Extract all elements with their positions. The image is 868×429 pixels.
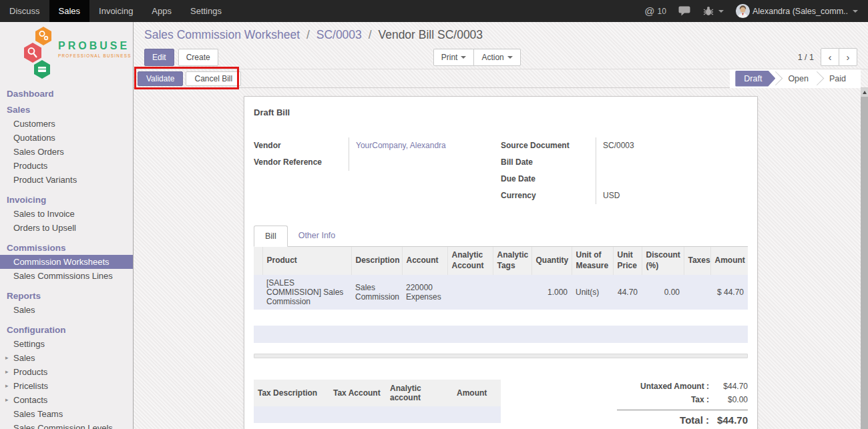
probuse-logo: PROBUSE PROFESSIONAL BUSINESS [23,25,133,80]
sidebar-item-pricelists[interactable]: ▸Pricelists [0,379,133,393]
sidebar-item-config-products[interactable]: ▸Products [0,365,133,379]
col-tax-amount[interactable]: Amount [453,380,501,406]
create-button[interactable]: Create [178,49,218,66]
mentions-button[interactable]: @ 10 [638,0,672,22]
user-menu[interactable]: Alexandra (Sales_comm.. [730,0,864,22]
cancel-bill-button[interactable]: Cancel Bill [186,71,241,86]
sidebar-item-contacts[interactable]: ▸Contacts [0,393,133,407]
menu-discuss[interactable]: Discuss [0,0,49,22]
vendor-value[interactable]: YourCompany, Alexandra [349,137,501,154]
logo-subtitle: PROFESSIONAL BUSINESS [58,53,132,58]
edit-button[interactable]: Edit [144,49,174,66]
sidebar-item-label: Sales [13,354,35,362]
menu-sales[interactable]: Sales [49,0,90,22]
col-product[interactable]: Product [262,247,351,275]
sidebar-item-settings[interactable]: Settings [0,337,133,351]
sidebar-item-products[interactable]: Products [0,159,133,173]
col-unit-of-measure[interactable]: Unit of Measure [572,247,613,275]
vendor-reference-label: Vendor Reference [254,154,349,171]
pager: 1 / 1 ‹ › [798,48,857,66]
chevron-down-icon [507,56,513,59]
sidebar-header-commissions[interactable]: Commissions [0,241,133,255]
bug-icon [703,6,714,16]
menu-settings[interactable]: Settings [181,0,231,22]
probuse-logo-text: PROBUSE PROFESSIONAL BUSINESS [58,25,132,58]
sidebar: PROBUSE PROFESSIONAL BUSINESS Dashboard … [0,22,134,429]
sidebar-item-sales-teams[interactable]: Sales Teams [0,407,133,421]
col-taxes[interactable]: Taxes [684,247,710,275]
sidebar-item-commission-worksheets[interactable]: Commission Worksheets [0,255,133,269]
validate-button[interactable]: Validate [138,71,183,86]
sidebar-header-sales[interactable]: Sales [0,103,133,117]
lines-header-row: Product Description Account Analytic Acc… [254,247,748,275]
sidebar-item-customers[interactable]: Customers [0,117,133,131]
col-analytic-account[interactable]: Analytic Account [447,247,493,275]
col-account[interactable]: Account [402,247,447,275]
breadcrumb-worksheet-link[interactable]: Sales Commission Worksheet [144,28,300,41]
pager-buttons: ‹ › [821,48,857,66]
col-tax-account[interactable]: Tax Account [329,380,386,406]
sidebar-header-invoicing[interactable]: Invoicing [0,193,133,207]
action-dropdown-button[interactable]: Action [473,49,520,66]
source-document-value: SC/0003 [596,137,748,154]
sidebar-item-orders-to-upsell[interactable]: Orders to Upsell [0,221,133,235]
col-tax-description[interactable]: Tax Description [254,380,329,406]
bill-state-title: Draft Bill [254,107,748,117]
sidebar-header-dashboard[interactable]: Dashboard [0,87,133,101]
field-group-right: Source Document SC/0003 Bill Date Due Da… [501,137,748,204]
systray: @ 10 [638,0,868,22]
field-grid: Vendor YourCompany, Alexandra Vendor Ref… [254,137,748,204]
breadcrumb-sc0003-link[interactable]: SC/0003 [316,28,362,41]
horizontal-scrollbar[interactable] [254,354,748,358]
pager-previous-button[interactable]: ‹ [821,48,839,66]
col-discount[interactable]: Discount (%) [642,247,684,275]
totals-block: Untaxed Amount : $44.70 Tax : $0.00 Tota… [617,380,748,428]
col-amount[interactable]: Amount [710,247,748,275]
sidebar-item-product-variants[interactable]: Product Variants [0,173,133,187]
sidebar-item-sales-commission-levels[interactable]: Sales Commission Levels [0,421,133,429]
expand-caret-icon: ▸ [5,396,10,404]
sidebar-item-sales-to-invoice[interactable]: Sales to Invoice [0,207,133,221]
sidebar-item-config-sales[interactable]: ▸Sales [0,351,133,365]
sidebar-item-reports-sales[interactable]: Sales [0,303,133,317]
menu-apps[interactable]: Apps [142,0,181,22]
col-description[interactable]: Description [351,247,402,275]
statusbar: Validate Cancel Bill Draft Open Paid [134,69,868,88]
cell-amount: $ 44.70 [710,275,748,310]
cell-description: Sales Commission [351,275,402,310]
col-analytic-tags[interactable]: Analytic Tags [493,247,531,275]
tab-bill[interactable]: Bill [254,226,288,247]
topbar: Discuss Sales Invoicing Apps Settings @ … [0,0,868,22]
expand-caret-icon: ▸ [5,382,10,390]
invoice-line-row[interactable]: [SALES COMMISSION] Sales Commission Sale… [254,275,748,310]
print-dropdown-button[interactable]: Print [433,49,475,66]
sidebar-item-sales-orders[interactable]: Sales Orders [0,145,133,159]
untaxed-amount-label: Untaxed Amount : [640,382,709,391]
invoice-lines-table: Product Description Account Analytic Acc… [254,247,748,354]
pager-next-button[interactable]: › [839,48,857,66]
col-quantity[interactable]: Quantity [531,247,572,275]
scroll-up-arrow-icon[interactable] [861,88,868,97]
bill-date-label: Bill Date [501,154,596,171]
debug-menu-button[interactable] [697,0,730,22]
col-unit-price[interactable]: Unit Price [613,247,642,275]
tab-other-info[interactable]: Other Info [288,226,347,246]
sidebar-header-reports[interactable]: Reports [0,289,133,303]
totals-section: Tax Description Tax Account Analytic acc… [254,380,748,429]
vendor-reference-value [349,154,501,171]
menu-invoicing[interactable]: Invoicing [89,0,142,22]
vendor-label: Vendor [254,137,349,154]
state-paid[interactable]: Paid [821,71,854,87]
total-label: Total : [680,414,709,426]
at-icon: @ [644,5,654,17]
due-date-label: Due Date [501,171,596,187]
sidebar-header-configuration[interactable]: Configuration [0,323,133,337]
empty-row [254,310,748,326]
col-tax-analytic-account[interactable]: Analytic account [386,380,453,406]
vertical-scrollbar[interactable] [861,88,868,429]
messages-button[interactable] [672,0,697,22]
sidebar-item-quotations[interactable]: Quotations [0,131,133,145]
sidebar-item-sales-commissions-lines[interactable]: Sales Commissions Lines [0,269,133,283]
breadcrumb: Sales Commission Worksheet / SC/0003 / V… [144,28,868,42]
user-avatar [736,4,750,18]
